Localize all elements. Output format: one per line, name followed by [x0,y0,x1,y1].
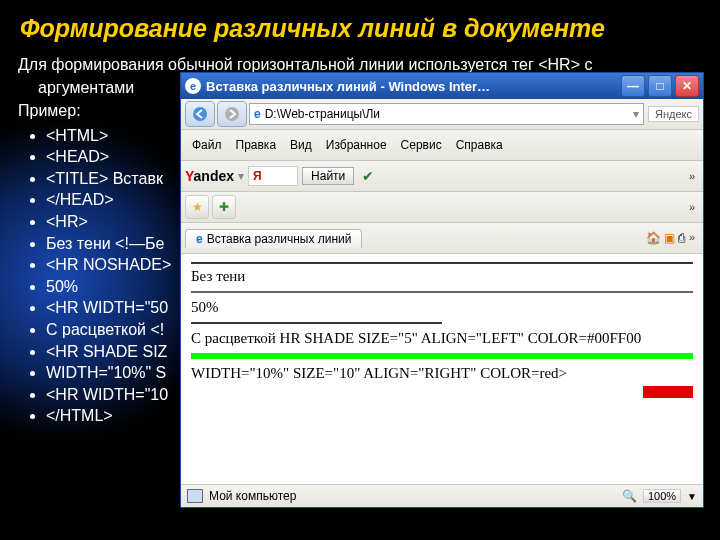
chevron-down-icon[interactable]: ▼ [687,491,697,502]
overflow-icon[interactable]: » [685,170,699,182]
browser-window: e Вставка различных линий - Windows Inte… [180,72,704,508]
arrow-right-icon [224,106,240,122]
hr-default [191,262,693,264]
print-icon[interactable]: ⎙ [678,231,685,245]
zoom-level[interactable]: 100% [643,489,681,503]
menu-bar: Файл Правка Вид Избранное Сервис Справка [181,130,703,161]
ie-favicon-icon: e [185,78,201,94]
yandex-search-input[interactable]: Я [248,166,298,186]
tool-row: ★ ✚ » [181,192,703,223]
chevron-down-icon[interactable]: ▾ [633,107,639,121]
tab-row: e Вставка различных линий 🏠 ▣ ⎙ » [181,223,703,254]
rss-icon[interactable]: ▣ [664,231,675,245]
menu-help[interactable]: Справка [456,138,503,152]
text-fifty: 50% [191,299,693,316]
overflow-icon[interactable]: » [685,201,699,213]
menu-view[interactable]: Вид [290,138,312,152]
text-no-shadow: Без тени [191,268,693,285]
computer-icon [187,489,203,503]
yandex-toolbar: Yandex ▾ Я Найти ✔ » [181,161,703,192]
overflow-icon[interactable]: » [685,231,699,245]
window-title: Вставка различных линий - Windows Inter… [206,79,621,94]
add-favorite-icon[interactable]: ✚ [212,195,236,219]
minimize-button[interactable]: — [621,75,645,97]
status-bar: Мой компьютер 🔍 100% ▼ [181,484,703,507]
text-shade: С расцветкой HR SHADE SIZE="5" ALIGN="LE… [191,330,693,347]
tab-current[interactable]: e Вставка различных линий [185,229,362,248]
window-titlebar[interactable]: e Вставка различных линий - Windows Inte… [181,73,703,99]
menu-favorites[interactable]: Избранное [326,138,387,152]
ie-favicon-small-icon: e [196,232,203,246]
svg-point-0 [193,107,207,121]
slide-title: Формирование различных линий в документе [20,14,702,43]
status-zone: Мой компьютер [209,489,296,503]
yandex-logo[interactable]: Yandex [185,168,234,184]
close-button[interactable]: ✕ [675,75,699,97]
svg-point-1 [225,107,239,121]
maximize-button[interactable]: □ [648,75,672,97]
menu-edit[interactable]: Правка [236,138,277,152]
address-input[interactable]: e D:\Web-страницы\Ли ▾ [249,103,644,125]
forward-button[interactable] [217,101,247,127]
chevron-down-icon[interactable]: ▾ [238,169,244,183]
back-button[interactable] [185,101,215,127]
menu-file[interactable]: Файл [192,138,222,152]
home-icon[interactable]: 🏠 [646,231,661,245]
ie-favicon-small-icon: e [254,107,261,121]
hr-red-right [643,386,693,398]
address-row: e D:\Web-страницы\Ли ▾ Яндекс [181,99,703,130]
check-icon[interactable]: ✔ [362,168,374,184]
hr-green-shade [191,353,693,359]
favorites-star-icon[interactable]: ★ [185,195,209,219]
menu-service[interactable]: Сервис [401,138,442,152]
search-provider-label[interactable]: Яндекс [648,106,699,122]
text-red: WIDTH="10%" SIZE="10" ALIGN="RIGHT" COLO… [191,365,693,382]
page-content: Без тени 50% С расцветкой HR SHADE SIZE=… [181,254,703,484]
address-text: D:\Web-страницы\Ли [265,107,380,121]
hr-half-width [191,322,442,324]
tab-label: Вставка различных линий [207,232,352,246]
arrow-left-icon [192,106,208,122]
hr-noshade [191,291,693,293]
zoom-icon[interactable]: 🔍 [622,489,637,503]
yandex-find-button[interactable]: Найти [302,167,354,185]
